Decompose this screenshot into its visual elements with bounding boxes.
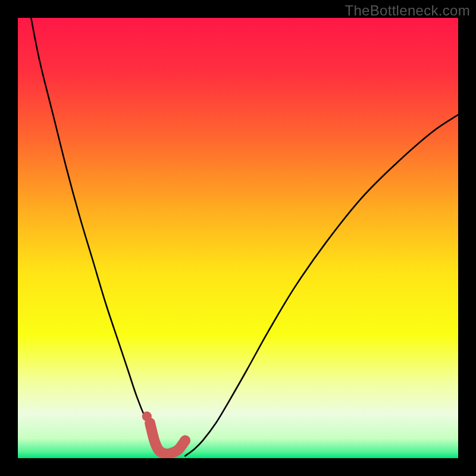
watermark-text: TheBottleneck.com — [345, 2, 470, 19]
chart-frame: TheBottleneck.com — [0, 0, 476, 476]
highlight-dot — [142, 412, 152, 421]
bottleneck-chart — [18, 18, 458, 458]
chart-background — [18, 18, 458, 458]
